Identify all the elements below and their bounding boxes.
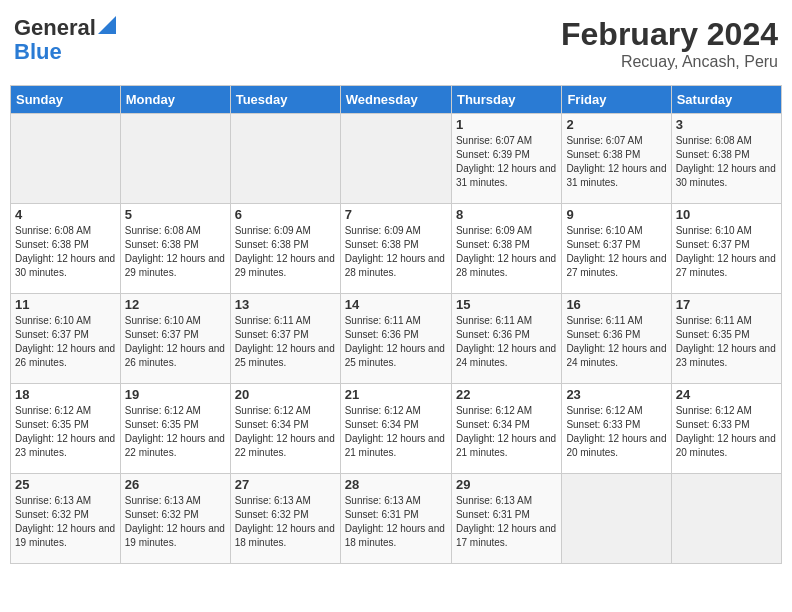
day-info: Sunrise: 6:13 AM Sunset: 6:31 PM Dayligh… [345,494,447,550]
header-tuesday: Tuesday [230,86,340,114]
day-info: Sunrise: 6:11 AM Sunset: 6:37 PM Dayligh… [235,314,336,370]
calendar-cell-w0d4: 1Sunrise: 6:07 AM Sunset: 6:39 PM Daylig… [451,114,561,204]
calendar-cell-w2d6: 17Sunrise: 6:11 AM Sunset: 6:35 PM Dayli… [671,294,781,384]
day-number: 18 [15,387,116,402]
day-number: 25 [15,477,116,492]
calendar-week-4: 25Sunrise: 6:13 AM Sunset: 6:32 PM Dayli… [11,474,782,564]
calendar-cell-w1d6: 10Sunrise: 6:10 AM Sunset: 6:37 PM Dayli… [671,204,781,294]
calendar-cell-w0d1 [120,114,230,204]
calendar-cell-w2d5: 16Sunrise: 6:11 AM Sunset: 6:36 PM Dayli… [562,294,671,384]
day-info: Sunrise: 6:08 AM Sunset: 6:38 PM Dayligh… [125,224,226,280]
header-row: Sunday Monday Tuesday Wednesday Thursday… [11,86,782,114]
logo-text-blue: Blue [14,40,62,64]
logo-text-general: General [14,16,96,40]
logo-bird-icon [98,16,116,34]
calendar-subtitle: Recuay, Ancash, Peru [561,53,778,71]
day-info: Sunrise: 6:07 AM Sunset: 6:39 PM Dayligh… [456,134,557,190]
calendar-table: Sunday Monday Tuesday Wednesday Thursday… [10,85,782,564]
calendar-week-1: 4Sunrise: 6:08 AM Sunset: 6:38 PM Daylig… [11,204,782,294]
day-info: Sunrise: 6:12 AM Sunset: 6:35 PM Dayligh… [125,404,226,460]
calendar-cell-w3d5: 23Sunrise: 6:12 AM Sunset: 6:33 PM Dayli… [562,384,671,474]
day-number: 7 [345,207,447,222]
day-info: Sunrise: 6:13 AM Sunset: 6:32 PM Dayligh… [15,494,116,550]
calendar-cell-w4d5 [562,474,671,564]
day-info: Sunrise: 6:08 AM Sunset: 6:38 PM Dayligh… [15,224,116,280]
calendar-cell-w0d5: 2Sunrise: 6:07 AM Sunset: 6:38 PM Daylig… [562,114,671,204]
day-info: Sunrise: 6:11 AM Sunset: 6:35 PM Dayligh… [676,314,777,370]
day-number: 1 [456,117,557,132]
day-number: 3 [676,117,777,132]
day-number: 16 [566,297,666,312]
day-number: 12 [125,297,226,312]
day-number: 6 [235,207,336,222]
title-block: February 2024 Recuay, Ancash, Peru [561,16,778,71]
day-number: 21 [345,387,447,402]
day-info: Sunrise: 6:12 AM Sunset: 6:34 PM Dayligh… [235,404,336,460]
calendar-cell-w3d1: 19Sunrise: 6:12 AM Sunset: 6:35 PM Dayli… [120,384,230,474]
calendar-week-2: 11Sunrise: 6:10 AM Sunset: 6:37 PM Dayli… [11,294,782,384]
day-number: 19 [125,387,226,402]
day-number: 4 [15,207,116,222]
day-info: Sunrise: 6:10 AM Sunset: 6:37 PM Dayligh… [125,314,226,370]
day-info: Sunrise: 6:11 AM Sunset: 6:36 PM Dayligh… [456,314,557,370]
day-number: 27 [235,477,336,492]
calendar-body: 1Sunrise: 6:07 AM Sunset: 6:39 PM Daylig… [11,114,782,564]
header-friday: Friday [562,86,671,114]
calendar-cell-w1d0: 4Sunrise: 6:08 AM Sunset: 6:38 PM Daylig… [11,204,121,294]
day-info: Sunrise: 6:11 AM Sunset: 6:36 PM Dayligh… [345,314,447,370]
day-number: 24 [676,387,777,402]
calendar-cell-w1d4: 8Sunrise: 6:09 AM Sunset: 6:38 PM Daylig… [451,204,561,294]
day-info: Sunrise: 6:10 AM Sunset: 6:37 PM Dayligh… [676,224,777,280]
header-sunday: Sunday [11,86,121,114]
header-monday: Monday [120,86,230,114]
calendar-cell-w1d1: 5Sunrise: 6:08 AM Sunset: 6:38 PM Daylig… [120,204,230,294]
day-info: Sunrise: 6:12 AM Sunset: 6:33 PM Dayligh… [676,404,777,460]
day-number: 29 [456,477,557,492]
day-number: 13 [235,297,336,312]
calendar-cell-w2d2: 13Sunrise: 6:11 AM Sunset: 6:37 PM Dayli… [230,294,340,384]
calendar-cell-w2d0: 11Sunrise: 6:10 AM Sunset: 6:37 PM Dayli… [11,294,121,384]
calendar-cell-w3d4: 22Sunrise: 6:12 AM Sunset: 6:34 PM Dayli… [451,384,561,474]
svg-marker-0 [98,16,116,34]
day-number: 22 [456,387,557,402]
page-header: General Blue February 2024 Recuay, Ancas… [10,10,782,77]
header-wednesday: Wednesday [340,86,451,114]
calendar-title: February 2024 [561,16,778,53]
calendar-cell-w2d4: 15Sunrise: 6:11 AM Sunset: 6:36 PM Dayli… [451,294,561,384]
logo: General Blue [14,16,116,64]
calendar-week-0: 1Sunrise: 6:07 AM Sunset: 6:39 PM Daylig… [11,114,782,204]
calendar-cell-w0d6: 3Sunrise: 6:08 AM Sunset: 6:38 PM Daylig… [671,114,781,204]
day-number: 10 [676,207,777,222]
day-info: Sunrise: 6:12 AM Sunset: 6:34 PM Dayligh… [345,404,447,460]
calendar-cell-w4d1: 26Sunrise: 6:13 AM Sunset: 6:32 PM Dayli… [120,474,230,564]
day-number: 17 [676,297,777,312]
day-info: Sunrise: 6:10 AM Sunset: 6:37 PM Dayligh… [566,224,666,280]
header-saturday: Saturday [671,86,781,114]
day-info: Sunrise: 6:12 AM Sunset: 6:35 PM Dayligh… [15,404,116,460]
day-info: Sunrise: 6:13 AM Sunset: 6:32 PM Dayligh… [235,494,336,550]
calendar-cell-w3d6: 24Sunrise: 6:12 AM Sunset: 6:33 PM Dayli… [671,384,781,474]
day-number: 9 [566,207,666,222]
day-info: Sunrise: 6:13 AM Sunset: 6:32 PM Dayligh… [125,494,226,550]
calendar-cell-w0d2 [230,114,340,204]
calendar-cell-w4d2: 27Sunrise: 6:13 AM Sunset: 6:32 PM Dayli… [230,474,340,564]
day-info: Sunrise: 6:12 AM Sunset: 6:33 PM Dayligh… [566,404,666,460]
header-thursday: Thursday [451,86,561,114]
day-info: Sunrise: 6:11 AM Sunset: 6:36 PM Dayligh… [566,314,666,370]
day-number: 28 [345,477,447,492]
day-info: Sunrise: 6:13 AM Sunset: 6:31 PM Dayligh… [456,494,557,550]
day-number: 20 [235,387,336,402]
day-info: Sunrise: 6:09 AM Sunset: 6:38 PM Dayligh… [456,224,557,280]
day-number: 23 [566,387,666,402]
day-info: Sunrise: 6:09 AM Sunset: 6:38 PM Dayligh… [345,224,447,280]
day-info: Sunrise: 6:12 AM Sunset: 6:34 PM Dayligh… [456,404,557,460]
calendar-cell-w2d1: 12Sunrise: 6:10 AM Sunset: 6:37 PM Dayli… [120,294,230,384]
calendar-cell-w0d0 [11,114,121,204]
calendar-cell-w3d0: 18Sunrise: 6:12 AM Sunset: 6:35 PM Dayli… [11,384,121,474]
calendar-header: Sunday Monday Tuesday Wednesday Thursday… [11,86,782,114]
calendar-cell-w2d3: 14Sunrise: 6:11 AM Sunset: 6:36 PM Dayli… [340,294,451,384]
calendar-cell-w1d2: 6Sunrise: 6:09 AM Sunset: 6:38 PM Daylig… [230,204,340,294]
calendar-cell-w0d3 [340,114,451,204]
day-number: 11 [15,297,116,312]
calendar-cell-w4d6 [671,474,781,564]
